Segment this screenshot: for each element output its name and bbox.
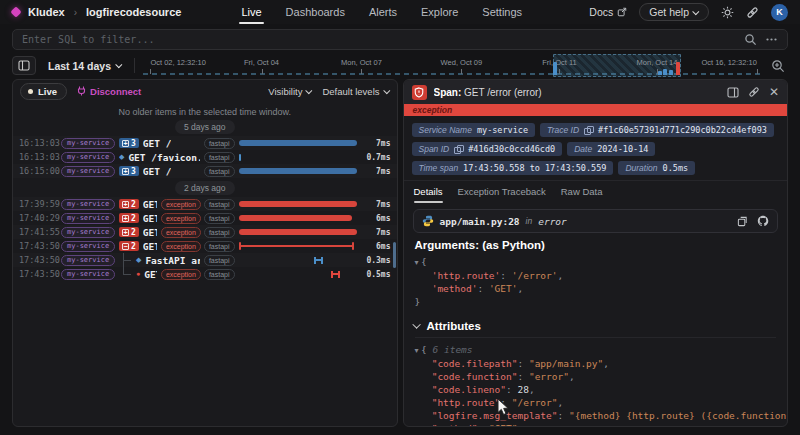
more-options-icon[interactable] [765,33,778,46]
zoom-in-button[interactable] [768,56,788,76]
get-help-button[interactable]: Get help [639,3,709,21]
meta-value: my-service [477,125,528,135]
meta-trace-id: Trace ID#f1c60e57391d771c290c0b22cd4ef09… [540,123,774,137]
tab-settings[interactable]: Settings [482,0,522,24]
code-line: "code.lineno": 28, [415,383,777,396]
code-token-punct: : [517,371,528,382]
tab-alerts[interactable]: Alerts [369,0,397,24]
tab-explore[interactable]: Explore [421,0,458,24]
github-icon[interactable] [757,215,769,227]
tab-dashboards[interactable]: Dashboards [286,0,345,24]
tag-list: exceptionfastapi [161,227,235,238]
default-levels-label: Default levels [322,86,379,97]
visibility-dropdown[interactable]: Visibility [268,86,312,97]
trace-row[interactable]: 17:43:50my-service●GET /error (error)exc… [13,267,397,281]
code-token-num: 28 [517,384,528,395]
share-link-button[interactable] [746,6,759,19]
histogram-bar [553,62,557,75]
code-token-key: "logfire.msg_template" [432,410,558,421]
copy-icon[interactable] [454,145,463,154]
span-details-panel: Span: GET /error (error) ✕ exception Ser… [403,79,789,427]
arguments-heading: Arguments: (as Python) [415,239,777,251]
sql-filter-bar [12,29,788,50]
expand-toggle[interactable]: +2 [119,199,139,209]
close-icon[interactable]: ✕ [769,86,779,98]
python-icon [422,215,434,227]
code-location-file[interactable]: app/main.py:28 [440,216,520,227]
chevron-down-icon [115,61,122,68]
code-line: 'method': 'GET', [415,282,777,295]
timeline-track[interactable]: Oct 02, 12:32:10Fri, Oct 04Mon, Oct 07We… [143,54,760,77]
child-count: 2 [131,200,136,209]
docs-link[interactable]: Docs [589,6,627,18]
sql-filter-input[interactable] [22,34,736,45]
user-avatar[interactable]: K [771,4,788,21]
detail-tab-exception-traceback[interactable]: Exception Traceback [458,181,546,203]
breadcrumb-project[interactable]: logfirecodesource [86,6,181,18]
expand-toggle[interactable]: +2 [119,227,139,237]
theme-toggle-button[interactable] [721,6,734,19]
span-header-actions: ✕ [727,86,779,98]
copy-link-icon[interactable] [748,86,760,98]
trace-row[interactable]: 17:39:59my-service+2GET /errorexceptionf… [13,197,397,211]
default-levels-dropdown[interactable]: Default levels [322,86,389,97]
copy-icon[interactable] [584,126,593,135]
code-token-punct: , [518,423,524,427]
histogram-bar [676,62,680,75]
dock-panel-icon[interactable] [727,87,739,98]
code-token-str: '/error' [512,270,558,281]
scrollbar-thumb[interactable] [393,242,396,268]
code-location-actions [737,215,769,227]
trace-row[interactable]: 17:43:50my-service◆FastAPI argumentsfast… [13,253,397,267]
live-toggle[interactable]: Live [20,83,67,100]
sidebar-toggle-button[interactable] [12,56,36,75]
trace-row[interactable]: 17:43:50my-service−2GET /errorexceptionf… [13,239,397,253]
diamond-marker-icon: ◆ [119,150,124,164]
code-location-function: error [538,216,567,227]
detail-tab-details[interactable]: Details [414,181,443,203]
trace-row[interactable]: 16:13:03my-service+3GET /fastapi7ms [13,136,397,150]
tag-fastapi: fastapi [204,269,235,280]
main-area: Live Disconnect Visibility Default level… [12,79,788,427]
expand-toggle[interactable]: +3 [119,138,139,148]
tab-live[interactable]: Live [241,0,261,24]
trace-list-header: Live Disconnect Visibility Default level… [13,80,397,102]
trace-row[interactable]: 17:40:29my-service+2GET /errorexceptionf… [13,211,397,225]
code-token-punct: , [529,384,535,395]
time-divider-badge: 5 days ago [175,120,235,134]
expand-box-icon: + [122,140,129,147]
trace-row[interactable]: 17:41:55my-service+2GET /errorexceptionf… [13,225,397,239]
code-token-str: "/error" [512,397,558,408]
logfire-logo-icon [10,6,21,17]
sun-icon [721,6,734,19]
time-range-bar: Last 14 days Oct 02, 12:32:10Fri, Oct 04… [12,54,788,77]
span-main-cell: ◆FastAPI arguments [119,253,200,267]
trace-row[interactable]: 16:15:00my-service+3GET /fastapi7ms [13,164,397,178]
code-token-str: "app/main.py" [529,358,603,369]
expand-toggle[interactable]: +3 [119,166,139,176]
duration-bar-zone [239,240,357,253]
disconnect-button[interactable]: Disconnect [77,86,141,97]
code-token-str: "{method} {http.route} ({code.function})… [569,410,788,421]
breadcrumb-org[interactable]: Kludex [28,6,65,18]
span-bar [314,257,323,264]
search-icon[interactable] [744,33,757,46]
expand-toggle[interactable]: +2 [119,213,139,223]
time-range-select[interactable]: Last 14 days [44,60,126,72]
row-timestamp: 17:41:55 [13,227,61,237]
expand-box-icon: + [122,201,129,208]
attributes-heading[interactable]: Attributes [415,320,777,338]
timeline-tick [150,69,151,74]
tag-list: exceptionfastapi [161,269,235,280]
trace-row[interactable]: 16:13:03my-service◆GET /favicon.icofasta… [13,150,397,164]
detail-tab-raw-data[interactable]: Raw Data [561,181,603,203]
live-label: Live [38,86,57,97]
duration-label: 7ms [357,139,397,148]
expand-toggle[interactable]: −2 [119,241,139,251]
divider [134,58,135,73]
code-token-punct: , [558,397,564,408]
copy-icon[interactable] [737,216,748,227]
code-token-punct: , [518,283,524,294]
duration-bar-zone [239,226,357,239]
child-count: 3 [131,167,136,176]
